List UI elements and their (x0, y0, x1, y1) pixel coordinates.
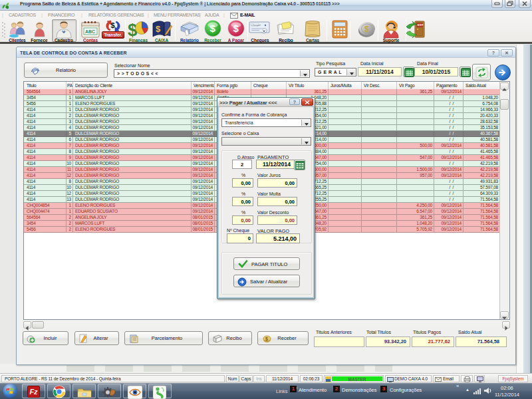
svg-text:$: $ (233, 23, 239, 34)
svg-text:$: $ (364, 25, 369, 34)
svg-text:$: $ (156, 24, 161, 34)
svg-text:Cheque: Cheque (251, 23, 261, 27)
svg-text:$: $ (111, 21, 115, 29)
svg-text:ABC: ABC (85, 29, 95, 34)
svg-text:$: $ (210, 23, 216, 34)
svg-text:$: $ (265, 336, 268, 342)
svg-text:EXIT: EXIT (418, 23, 424, 27)
